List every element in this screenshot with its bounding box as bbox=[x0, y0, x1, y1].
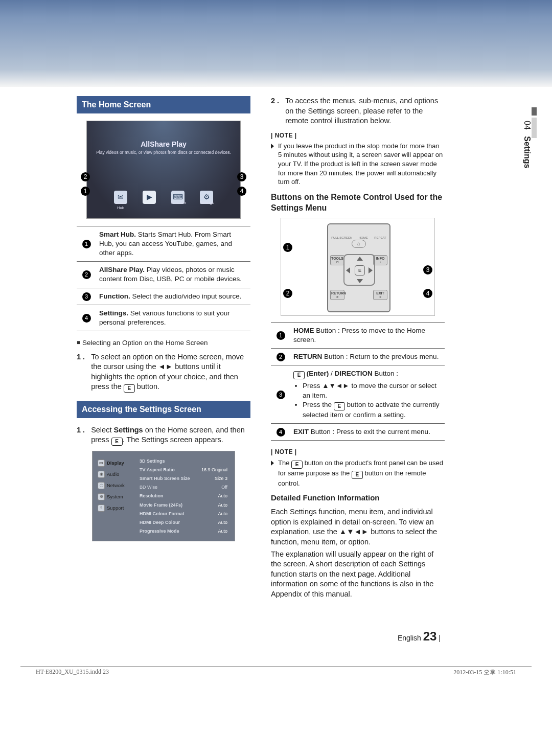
nav-label: Display bbox=[107, 460, 124, 467]
crop-line bbox=[20, 666, 532, 667]
legend-bullet: 3 bbox=[82, 292, 91, 301]
step-text: To access the menus, sub-menus, and opti… bbox=[285, 96, 445, 126]
crop-file: HT-E8200_XU_0315.indd 23 bbox=[36, 668, 109, 677]
nav-icon: ? bbox=[98, 505, 105, 512]
dpad-up-icon bbox=[357, 257, 363, 261]
nav-icon: ⚙ bbox=[98, 493, 105, 500]
side-tab: 04 Settings bbox=[522, 121, 532, 168]
callout-1: 1 bbox=[81, 187, 90, 196]
note-label: | NOTE | bbox=[271, 131, 445, 140]
label-function: Function bbox=[171, 200, 185, 211]
ss-nav: ▭Display◉Audio◌Network⚙System?Support bbox=[98, 456, 137, 535]
setting-value: Size 3 bbox=[215, 475, 227, 482]
detail-heading: Detailed Function Information bbox=[271, 493, 445, 503]
setting-key: TV Aspect Ratio bbox=[140, 467, 175, 473]
selecting-heading: ■ Selecting an Option on the Home Screen bbox=[77, 338, 250, 348]
enter-button-icon: E bbox=[291, 461, 303, 469]
legend-num-1: 1 bbox=[277, 331, 285, 340]
setting-value: Auto bbox=[218, 519, 227, 525]
remote-callout-3: 3 bbox=[423, 265, 432, 274]
detail-p1: Each Settings function, menu item, and i… bbox=[271, 507, 445, 547]
legend-bullet: 4 bbox=[82, 314, 91, 323]
nav-label: System bbox=[107, 494, 123, 500]
remote-legend-table: 1 HOME Button : Press to move to the Hom… bbox=[271, 322, 445, 441]
header-gradient bbox=[0, 0, 552, 87]
setting-value: Off bbox=[221, 484, 227, 490]
note-arrow-icon bbox=[271, 461, 274, 466]
note-2: The E button on the product's front pane… bbox=[271, 459, 445, 488]
remote-heading: Buttons on the Remote Control Used for t… bbox=[271, 192, 445, 214]
legend-num-4: 4 bbox=[277, 428, 285, 437]
settings-screenshot: ▭Display◉Audio◌Network⚙System?Support 3D… bbox=[92, 451, 235, 541]
enter-button-icon: E bbox=[111, 438, 123, 446]
step-2: 2 . To access the menus, sub-menus, and … bbox=[271, 96, 445, 126]
setting-value: Auto bbox=[218, 502, 227, 508]
setting-key: 3D Settings bbox=[140, 458, 165, 464]
dpad-right-icon bbox=[369, 267, 373, 273]
right-column: 2 . To access the menus, sub-menus, and … bbox=[271, 96, 445, 599]
remote-control-graphic: FULL SCREEN HOME REPEAT ⌂ TOOLS☐ INFOi R… bbox=[281, 218, 435, 316]
setting-key: BD Wise bbox=[140, 484, 157, 490]
side-notch bbox=[532, 118, 537, 138]
setting-value: 16:9 Original bbox=[201, 467, 227, 473]
exit-button: EXIT✕ bbox=[373, 290, 387, 300]
dpad-down-icon bbox=[357, 279, 363, 283]
detail-p2: The explanation will usually appear on t… bbox=[271, 549, 445, 600]
legend-bullet: 2 bbox=[82, 270, 91, 279]
return-button: RETURN↺ bbox=[330, 290, 344, 300]
square-bullet-icon: ■ bbox=[77, 339, 80, 346]
note-label-2: | NOTE | bbox=[271, 448, 445, 456]
step-num: 1 . bbox=[77, 425, 85, 446]
enter-button-icon: E bbox=[334, 402, 345, 410]
remote-callout-4: 4 bbox=[423, 289, 432, 298]
step-1-home: 1 . To select an option on the Home scre… bbox=[77, 352, 250, 393]
setting-key: Movie Frame (24Fs) bbox=[140, 502, 182, 508]
nav-icon: ◌ bbox=[98, 482, 105, 489]
step-num: 1 . bbox=[77, 352, 85, 393]
page: 04 Settings The Home Screen AllShare Pla… bbox=[0, 0, 552, 756]
side-mark bbox=[532, 107, 537, 116]
remote-callout-2: 2 bbox=[283, 289, 292, 298]
home-legend-table: 1Smart Hub. Starts Smart Hub. From Smart… bbox=[77, 226, 250, 332]
content-columns: The Home Screen AllShare Play Play video… bbox=[77, 96, 445, 599]
label-smart-hub: Smart Hub bbox=[114, 200, 127, 211]
setting-value: Auto bbox=[218, 511, 227, 517]
callout-2: 2 bbox=[81, 172, 90, 181]
setting-key: HDMI Colour Format bbox=[140, 511, 185, 517]
nav-icon: ▭ bbox=[98, 460, 105, 467]
enter-button-icon: E bbox=[124, 384, 135, 393]
callout-4: 4 bbox=[237, 187, 246, 196]
step-text: Select Settings on the Home screen, and … bbox=[91, 425, 250, 446]
label-settings: Settings bbox=[200, 200, 213, 211]
crop-date: 2012-03-15 오후 1:10:51 bbox=[453, 668, 516, 677]
enter-button-icon: E bbox=[293, 371, 305, 379]
legend-num-2: 2 bbox=[277, 353, 285, 361]
home-gfx-sub: Play videos or music, or view photos fro… bbox=[87, 150, 240, 155]
info-button: INFOi bbox=[373, 255, 387, 265]
setting-value: Auto bbox=[218, 528, 227, 534]
page-footer: English 23 | bbox=[398, 629, 441, 644]
r3-li1: Press ▲▼◄► to move the cursor or select … bbox=[303, 381, 442, 400]
r3-li2: Press the E button to activate the curre… bbox=[303, 400, 442, 420]
dpad-ok-icon: E bbox=[355, 265, 365, 276]
lbl-home: HOME bbox=[359, 236, 368, 240]
setting-key: HDMI Deep Colour bbox=[140, 519, 180, 525]
section-home-screen: The Home Screen bbox=[77, 96, 250, 113]
dpad: E bbox=[343, 254, 375, 286]
lbl-repeat: REPEAT bbox=[374, 236, 386, 240]
crop-info: HT-E8200_XU_0315.indd 23 2012-03-15 오후 1… bbox=[36, 668, 516, 677]
home-gfx-labels: Smart Hub Function Settings bbox=[87, 200, 240, 211]
lbl-fullscreen: FULL SCREEN bbox=[331, 236, 352, 240]
home-gfx-title: AllShare Play bbox=[87, 140, 240, 149]
setting-value: Auto bbox=[218, 493, 227, 499]
nav-icon: ◉ bbox=[98, 471, 105, 478]
tools-button: TOOLS☐ bbox=[330, 255, 344, 265]
setting-key: Progressive Mode bbox=[140, 528, 179, 534]
callout-3: 3 bbox=[237, 172, 246, 181]
section-accessing: Accessing the Settings Screen bbox=[77, 401, 250, 418]
side-tab-num: 04 bbox=[523, 121, 532, 130]
step-1-access: 1 . Select Settings on the Home screen, … bbox=[77, 425, 250, 446]
home-screen-graphic: AllShare Play Play videos or music, or v… bbox=[86, 121, 241, 219]
nav-label: Audio bbox=[107, 471, 119, 478]
setting-key: Smart Hub Screen Size bbox=[140, 475, 190, 482]
